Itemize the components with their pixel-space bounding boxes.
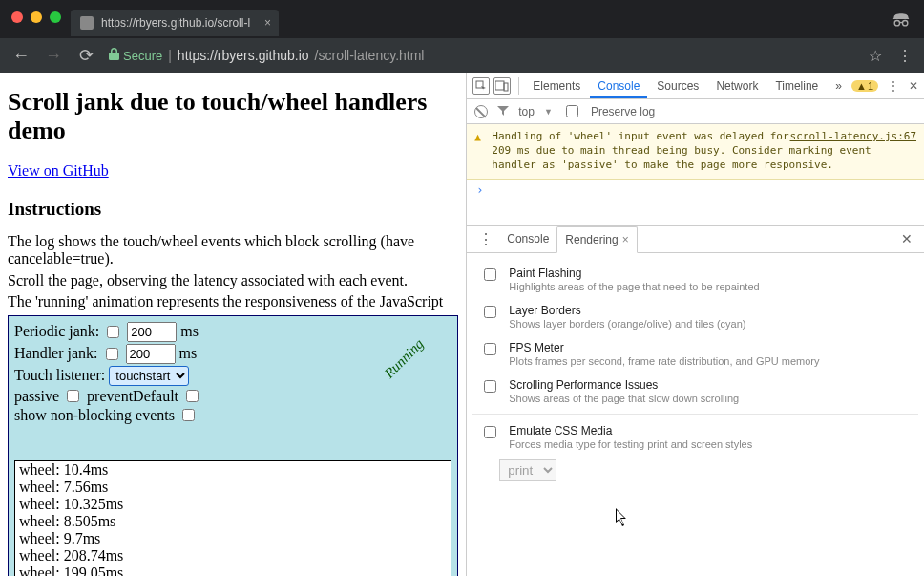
drawer-menu-icon[interactable]: ⋮: [472, 230, 499, 248]
tab-close-button[interactable]: ×: [264, 16, 271, 30]
console-toolbar: top ▼ Preserve log: [467, 99, 924, 124]
browser-tab[interactable]: https://rbyers.github.io/scroll-l ×: [71, 10, 279, 36]
window-close-button[interactable]: [11, 11, 23, 23]
handler-jank-input[interactable]: [126, 344, 176, 364]
tab-timeline[interactable]: Timeline: [767, 74, 826, 98]
tab-sources[interactable]: Sources: [649, 74, 706, 98]
periodic-jank-label: Periodic jank:: [14, 323, 99, 340]
tabs-overflow[interactable]: »: [828, 74, 850, 98]
log-line: wheel: 208.74ms: [19, 547, 447, 565]
menu-icon[interactable]: ⋮: [897, 47, 913, 65]
handler-jank-label: Handler jank:: [14, 345, 98, 362]
log-line: wheel: 7.56ms: [19, 479, 447, 496]
context-dropdown-icon[interactable]: ▼: [544, 107, 553, 117]
drawer-close-button[interactable]: ✕: [895, 231, 918, 246]
touch-listener-label: Touch listener:: [14, 367, 105, 384]
devtools-tabs: Elements Console Sources Network Timelin…: [467, 73, 924, 99]
log-line: wheel: 8.505ms: [19, 513, 447, 530]
devtools-menu-icon[interactable]: ⋮: [888, 79, 899, 93]
opt-desc: Forces media type for testing print and …: [509, 438, 752, 450]
passive-label: passive: [14, 388, 59, 405]
window-titlebar: https://rbyers.github.io/scroll-l ×: [0, 0, 924, 38]
periodic-jank-unit: ms: [180, 323, 199, 340]
scrolling-perf-checkbox[interactable]: [484, 380, 496, 393]
url-host: https://rbyers.github.io: [178, 48, 309, 63]
passive-checkbox[interactable]: [67, 390, 79, 402]
tab-console[interactable]: Console: [590, 74, 647, 98]
log-line: wheel: 10.325ms: [19, 496, 447, 513]
instructions-line2: Scroll the page, observing the latency a…: [8, 272, 458, 289]
svg-point-0: [894, 21, 899, 26]
forward-button[interactable]: →: [44, 46, 63, 66]
preserve-log-checkbox[interactable]: [566, 105, 578, 117]
clear-console-icon[interactable]: [474, 105, 488, 118]
devtools-panel: Elements Console Sources Network Timelin…: [466, 73, 924, 576]
address-bar: ← → ⟳ Secure | https://rbyers.github.io/…: [0, 38, 924, 73]
opt-scrolling-perf: Scrolling Performance Issues Shows areas…: [472, 373, 918, 410]
inspect-element-icon[interactable]: [472, 77, 490, 95]
event-log[interactable]: wheel: 10.4ms wheel: 7.56ms wheel: 10.32…: [14, 460, 452, 576]
opt-title: Emulate CSS Media: [509, 424, 752, 437]
tab-elements[interactable]: Elements: [525, 74, 588, 98]
star-icon[interactable]: ☆: [869, 47, 882, 65]
fps-meter-checkbox[interactable]: [484, 343, 496, 355]
tab-title: https://rbyers.github.io/scroll-l: [101, 16, 250, 30]
lock-icon: [109, 48, 119, 63]
opt-paint-flashing: Paint Flashing Highlights areas of the p…: [472, 261, 918, 298]
window-minimize-button[interactable]: [31, 11, 42, 23]
secure-label: Secure: [123, 49, 162, 63]
opt-desc: Shows areas of the page that slow down s…: [509, 393, 739, 404]
device-toolbar-icon[interactable]: [494, 77, 511, 95]
drawer-tab-close-icon[interactable]: ×: [622, 233, 629, 246]
handler-jank-checkbox[interactable]: [106, 348, 118, 360]
instructions-heading: Instructions: [8, 199, 458, 220]
svg-rect-3: [495, 81, 504, 90]
filter-icon[interactable]: [497, 105, 509, 118]
opt-title: FPS Meter: [509, 341, 819, 354]
svg-rect-4: [504, 83, 508, 91]
opt-title: Scrolling Performance Issues: [509, 378, 739, 392]
css-media-select[interactable]: print: [499, 459, 556, 481]
preventdefault-label: preventDefault: [87, 388, 178, 405]
omnibox[interactable]: Secure | https://rbyers.github.io/scroll…: [109, 48, 855, 63]
touch-listener-select[interactable]: touchstart: [109, 366, 189, 386]
devtools-drawer: ⋮ Console Rendering× ✕ Paint Flashing Hi…: [467, 225, 924, 489]
layer-borders-checkbox[interactable]: [484, 306, 496, 318]
window-zoom-button[interactable]: [50, 11, 61, 23]
instructions-line3: The 'running' animation represents the r…: [8, 293, 458, 310]
drawer-tab-console[interactable]: Console: [499, 226, 556, 251]
emulate-css-media-checkbox[interactable]: [484, 426, 496, 438]
drawer-tab-rendering[interactable]: Rendering×: [556, 226, 637, 253]
back-button[interactable]: ←: [11, 46, 31, 66]
console-prompt[interactable]: ›: [467, 180, 924, 201]
show-nonblocking-label: show non-blocking events: [14, 407, 175, 424]
log-line: wheel: 199.05ms: [19, 565, 447, 576]
handler-jank-unit: ms: [179, 345, 198, 362]
preventdefault-checkbox[interactable]: [186, 390, 199, 402]
opt-emulate-css-media: Emulate CSS Media Forces media type for …: [472, 414, 918, 456]
opt-desc: Plots frames per second, frame rate dist…: [509, 355, 819, 367]
context-selector[interactable]: top: [518, 105, 535, 118]
log-line: wheel: 9.7ms: [19, 530, 447, 547]
periodic-jank-checkbox[interactable]: [107, 326, 119, 338]
devtools-close-button[interactable]: ✕: [909, 79, 918, 93]
instructions-line1: The log shows the touch/wheel events whi…: [8, 233, 458, 268]
controls-panel: Periodic jank: ms Handler jank: ms Touch…: [8, 315, 458, 576]
show-nonblocking-checkbox[interactable]: [182, 409, 195, 421]
github-link[interactable]: View on GitHub: [8, 162, 109, 179]
page-heading: Scroll jank due to touch/wheel handlers …: [8, 88, 458, 145]
paint-flashing-checkbox[interactable]: [484, 268, 496, 281]
opt-title: Layer Borders: [509, 304, 746, 317]
log-line: wheel: 10.4ms: [19, 461, 447, 479]
console-source-link[interactable]: scroll-latency.js:67: [790, 130, 916, 144]
periodic-jank-input[interactable]: [127, 322, 177, 342]
warning-badge[interactable]: ▲ 1: [851, 80, 878, 92]
page-viewport[interactable]: Scroll jank due to touch/wheel handlers …: [0, 73, 466, 576]
reload-button[interactable]: ⟳: [76, 45, 95, 66]
console-message[interactable]: ▲ scroll-latency.js:67 Handling of 'whee…: [467, 124, 924, 180]
tab-network[interactable]: Network: [708, 74, 766, 98]
tab-favicon: [80, 16, 94, 30]
url-path: /scroll-latency.html: [315, 48, 425, 63]
preserve-log-label: Preserve log: [591, 105, 655, 118]
svg-point-1: [903, 21, 908, 26]
